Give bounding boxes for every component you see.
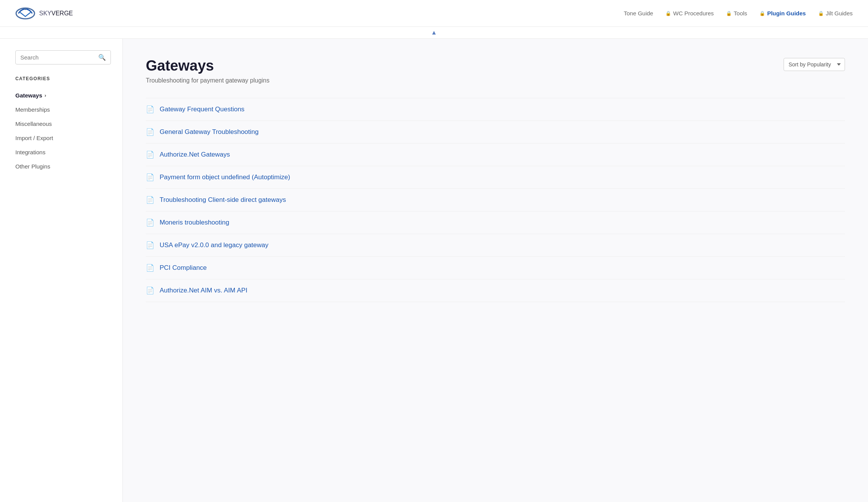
title-area: Gateways Troubleshooting for payment gat… [146,58,269,84]
svg-point-1 [24,8,26,10]
article-link-7[interactable]: PCI Compliance [160,264,207,272]
article-icon-6: 📄 [146,241,154,249]
sidebar-item-import-export-label: Import / Export [15,135,53,141]
article-item-8[interactable]: 📄 Authorize.Net AIM vs. AIM API [146,279,845,302]
article-link-6[interactable]: USA ePay v2.0.0 and legacy gateway [160,241,269,249]
nav-wc-procedures-label: WC Procedures [673,10,714,17]
main-content: Gateways Troubleshooting for payment gat… [123,39,868,502]
article-item-6[interactable]: 📄 USA ePay v2.0.0 and legacy gateway [146,234,845,257]
lock-icon-jilt: 🔒 [818,11,824,16]
lock-icon-tools: 🔒 [726,11,732,16]
article-icon-2: 📄 [146,150,154,159]
article-icon-3: 📄 [146,173,154,182]
lock-icon-wc: 🔒 [665,11,671,16]
articles-list: 📄 Gateway Frequent Questions 📄 General G… [146,98,845,302]
chevron-up-icon: ▲ [431,29,437,36]
search-input[interactable] [20,54,95,61]
article-icon-1: 📄 [146,128,154,136]
nav-tools-label: Tools [734,10,747,17]
chevron-right-icon: › [45,92,46,98]
article-item-4[interactable]: 📄 Troubleshooting Client-side direct gat… [146,189,845,211]
article-link-1[interactable]: General Gateway Troubleshooting [160,128,259,136]
sort-wrapper[interactable]: Sort by Popularity Sort by Date Sort by … [784,58,845,71]
nav-tone-guide-label: Tone Guide [624,10,653,17]
lock-icon-plugin: 🔒 [759,11,765,16]
sidebar: 🔍 CATEGORIES Gateways › Memberships Misc… [0,39,123,502]
article-icon-0: 📄 [146,105,154,114]
sidebar-item-memberships-label: Memberships [15,106,50,113]
sidebar-item-other-plugins[interactable]: Other Plugins [15,159,111,173]
article-link-8[interactable]: Authorize.Net AIM vs. AIM API [160,287,248,294]
article-icon-7: 📄 [146,264,154,272]
article-link-0[interactable]: Gateway Frequent Questions [160,106,244,113]
categories-label: CATEGORIES [15,76,111,81]
article-link-4[interactable]: Troubleshooting Client-side direct gatew… [160,196,286,204]
nav-jilt-guides[interactable]: 🔒 Jilt Guides [818,10,853,17]
sidebar-item-import-export[interactable]: Import / Export [15,131,111,145]
nav-wc-procedures[interactable]: 🔒 WC Procedures [665,10,714,17]
nav-plugin-guides[interactable]: 🔒 Plugin Guides [759,10,806,17]
sidebar-item-other-plugins-label: Other Plugins [15,163,50,170]
nav-tools[interactable]: 🔒 Tools [726,10,747,17]
sidebar-item-integrations-label: Integrations [15,149,45,155]
search-box[interactable]: 🔍 [15,50,111,64]
nav-jilt-guides-label: Jilt Guides [826,10,853,17]
article-item-7[interactable]: 📄 PCI Compliance [146,257,845,279]
article-item-1[interactable]: 📄 General Gateway Troubleshooting [146,121,845,144]
sub-header: ▲ [0,27,868,39]
site-header: SKYVERGE Tone Guide 🔒 WC Procedures 🔒 To… [0,0,868,27]
article-icon-8: 📄 [146,286,154,295]
sidebar-item-gateways-label: Gateways [15,92,42,99]
content-header: Gateways Troubleshooting for payment gat… [146,58,845,84]
article-link-5[interactable]: Moneris troubleshooting [160,219,229,226]
logo[interactable]: SKYVERGE [15,7,73,20]
article-icon-5: 📄 [146,218,154,227]
article-item-2[interactable]: 📄 Authorize.Net Gateways [146,144,845,166]
logo-text: SKYVERGE [39,10,73,17]
page-subtitle: Troubleshooting for payment gateway plug… [146,77,269,84]
article-item-5[interactable]: 📄 Moneris troubleshooting [146,211,845,234]
sidebar-item-memberships[interactable]: Memberships [15,102,111,117]
main-nav: Tone Guide 🔒 WC Procedures 🔒 Tools 🔒 Plu… [624,10,853,17]
logo-icon [15,7,35,20]
article-item-3[interactable]: 📄 Payment form object undefined (Autopti… [146,166,845,189]
sidebar-item-miscellaneous-label: Miscellaneous [15,121,52,127]
sidebar-item-integrations[interactable]: Integrations [15,145,111,159]
article-icon-4: 📄 [146,196,154,204]
nav-plugin-guides-label: Plugin Guides [767,10,806,17]
article-link-3[interactable]: Payment form object undefined (Autoptimi… [160,173,290,181]
search-icon: 🔍 [98,54,106,61]
page-title: Gateways [146,58,269,74]
article-link-2[interactable]: Authorize.Net Gateways [160,151,230,159]
nav-tone-guide[interactable]: Tone Guide [624,10,653,17]
sort-select[interactable]: Sort by Popularity Sort by Date Sort by … [784,58,845,71]
sidebar-nav: Gateways › Memberships Miscellaneous Imp… [15,88,111,173]
article-item-0[interactable]: 📄 Gateway Frequent Questions [146,98,845,121]
sidebar-item-miscellaneous[interactable]: Miscellaneous [15,117,111,131]
main-layout: 🔍 CATEGORIES Gateways › Memberships Misc… [0,39,868,502]
sidebar-item-gateways[interactable]: Gateways › [15,88,111,102]
